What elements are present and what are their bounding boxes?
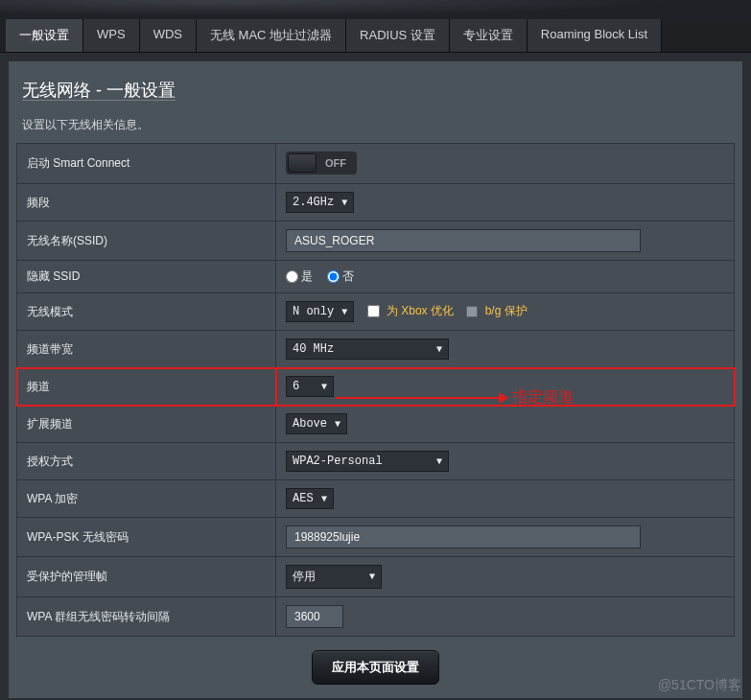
label-ext-channel: 扩展频道 <box>17 406 276 443</box>
radio-hide-ssid-yes[interactable] <box>286 270 298 283</box>
label-wireless-mode: 无线模式 <box>17 293 276 331</box>
checkbox-bg-protect[interactable] <box>466 306 478 317</box>
chevron-down-icon: ▼ <box>429 344 442 355</box>
input-wpa-psk[interactable] <box>286 525 641 548</box>
toggle-smart-connect[interactable]: OFF <box>286 152 357 175</box>
select-wpa-encryption[interactable]: AES ▼ <box>286 488 334 509</box>
panel-description: 设置以下无线相关信息。 <box>16 113 735 143</box>
chevron-down-icon: ▼ <box>334 198 347 208</box>
tab-radius[interactable]: RADIUS 设置 <box>346 19 450 52</box>
label-wpa-encryption: WPA 加密 <box>17 480 276 518</box>
label-bandwidth: 频道带宽 <box>17 331 276 368</box>
chevron-down-icon: ▼ <box>314 494 327 504</box>
settings-form: 启动 Smart Connect OFF 频段 2.4GHz ▼ 无线名称(SS… <box>16 143 735 637</box>
select-auth-value: WPA2-Personal <box>293 455 383 468</box>
tabs-bar: 一般设置 WPS WDS 无线 MAC 地址过滤器 RADIUS 设置 专业设置… <box>0 19 751 53</box>
chevron-down-icon: ▼ <box>334 307 347 317</box>
select-pmf[interactable]: 停用 ▼ <box>286 565 382 589</box>
input-gtk-interval[interactable] <box>286 605 343 628</box>
label-hide-ssid: 隐藏 SSID <box>17 261 276 293</box>
tab-wps[interactable]: WPS <box>83 19 140 52</box>
apply-button[interactable]: 应用本页面设置 <box>312 650 439 685</box>
radio-hide-ssid-no[interactable] <box>327 270 340 283</box>
chevron-down-icon: ▼ <box>362 572 375 582</box>
label-smart-connect: 启动 Smart Connect <box>17 144 276 184</box>
select-mode-value: N only <box>293 305 334 318</box>
select-bandwidth[interactable]: 40 MHz ▼ <box>286 338 449 360</box>
label-pmf: 受保护的管理帧 <box>17 557 276 597</box>
settings-panel: 无线网络 - 一般设置 设置以下无线相关信息。 启动 Smart Connect… <box>8 60 743 699</box>
select-pmf-value: 停用 <box>293 569 316 585</box>
tab-general[interactable]: 一般设置 <box>6 19 83 52</box>
label-ssid: 无线名称(SSID) <box>17 222 276 261</box>
watermark: @51CTO博客 <box>658 677 741 694</box>
tab-roaming-block[interactable]: Roaming Block List <box>528 19 662 52</box>
tab-professional[interactable]: 专业设置 <box>450 19 528 52</box>
chevron-down-icon: ▼ <box>314 382 327 392</box>
label-auth-method: 授权方式 <box>17 443 276 480</box>
radio-group-hide-ssid: 是 否 <box>286 269 365 283</box>
select-wpa-enc-value: AES <box>293 492 314 505</box>
select-band[interactable]: 2.4GHz ▼ <box>286 192 354 213</box>
checkbox-xbox-optimize[interactable] <box>367 305 380 317</box>
label-wpa-psk: WPA-PSK 无线密码 <box>17 518 276 557</box>
label-gtk-interval: WPA 群组无线密码转动间隔 <box>17 597 276 637</box>
select-ext-channel-value: Above <box>293 417 327 431</box>
toggle-state-label: OFF <box>317 157 355 169</box>
label-xbox-optimize: 为 Xbox 优化 <box>387 304 454 317</box>
toggle-knob <box>288 153 317 173</box>
select-channel[interactable]: 6 ▼ <box>286 376 334 397</box>
select-wireless-mode[interactable]: N only ▼ <box>286 301 354 322</box>
radio-no-label: 否 <box>342 269 354 283</box>
tab-mac-filter[interactable]: 无线 MAC 地址过滤器 <box>197 19 346 52</box>
label-band: 频段 <box>17 184 276 222</box>
chevron-down-icon: ▼ <box>429 456 442 467</box>
select-channel-value: 6 <box>293 380 299 393</box>
select-ext-channel[interactable]: Above ▼ <box>286 413 347 434</box>
panel-title: 无线网络 - 一般设置 <box>16 69 735 113</box>
chevron-down-icon: ▼ <box>327 419 340 430</box>
input-ssid[interactable] <box>286 229 641 252</box>
select-bandwidth-value: 40 MHz <box>293 342 334 356</box>
tab-wds[interactable]: WDS <box>140 19 197 52</box>
radio-yes-label: 是 <box>301 269 313 283</box>
label-bg-protect: b/g 保护 <box>485 304 528 317</box>
label-channel: 频道 <box>17 368 276 406</box>
select-band-value: 2.4GHz <box>293 196 334 209</box>
select-auth-method[interactable]: WPA2-Personal ▼ <box>286 451 449 472</box>
